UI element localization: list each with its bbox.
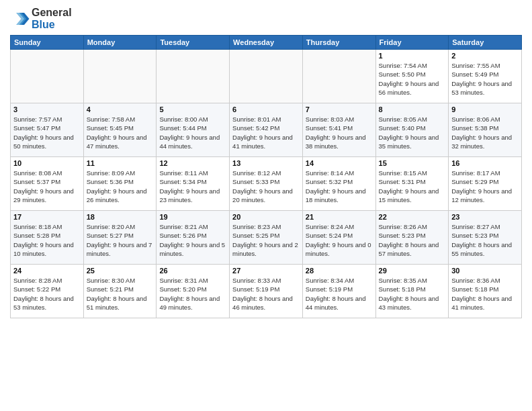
day-info: Sunrise: 8:18 AM Sunset: 5:28 PM Dayligh… [13, 222, 81, 258]
day-number: 12 [159, 159, 226, 167]
logo-text: General Blue [32, 7, 72, 31]
calendar-cell: 21Sunrise: 8:24 AM Sunset: 5:24 PM Dayli… [302, 211, 375, 265]
header: General Blue [10, 7, 522, 31]
calendar-cell: 19Sunrise: 8:21 AM Sunset: 5:26 PM Dayli… [157, 211, 230, 265]
day-info: Sunrise: 8:05 AM Sunset: 5:40 PM Dayligh… [379, 115, 446, 150]
day-number: 2 [451, 52, 519, 60]
calendar-header-saturday: Saturday [449, 36, 522, 50]
calendar-cell: 17Sunrise: 8:18 AM Sunset: 5:28 PM Dayli… [11, 211, 84, 265]
day-info: Sunrise: 8:06 AM Sunset: 5:38 PM Dayligh… [451, 115, 519, 150]
calendar-cell [230, 50, 303, 103]
calendar-week-0: 1Sunrise: 7:54 AM Sunset: 5:50 PM Daylig… [11, 50, 522, 103]
calendar-week-4: 24Sunrise: 8:28 AM Sunset: 5:22 PM Dayli… [11, 265, 522, 318]
calendar-week-1: 3Sunrise: 7:57 AM Sunset: 5:47 PM Daylig… [11, 103, 522, 157]
calendar-header-thursday: Thursday [302, 36, 375, 50]
calendar-cell: 5Sunrise: 8:00 AM Sunset: 5:44 PM Daylig… [157, 103, 230, 157]
day-number: 14 [306, 159, 373, 167]
calendar-cell: 13Sunrise: 8:12 AM Sunset: 5:33 PM Dayli… [230, 157, 303, 211]
calendar-cell: 29Sunrise: 8:35 AM Sunset: 5:18 PM Dayli… [375, 265, 449, 318]
day-info: Sunrise: 8:21 AM Sunset: 5:26 PM Dayligh… [159, 222, 226, 258]
day-info: Sunrise: 8:28 AM Sunset: 5:22 PM Dayligh… [13, 276, 81, 312]
day-info: Sunrise: 8:34 AM Sunset: 5:19 PM Dayligh… [306, 276, 373, 312]
day-info: Sunrise: 8:01 AM Sunset: 5:42 PM Dayligh… [232, 115, 300, 150]
day-number: 27 [232, 267, 300, 275]
day-number: 9 [451, 105, 519, 113]
day-info: Sunrise: 8:14 AM Sunset: 5:32 PM Dayligh… [306, 169, 373, 204]
day-number: 3 [13, 105, 81, 113]
day-info: Sunrise: 7:55 AM Sunset: 5:49 PM Dayligh… [451, 61, 519, 97]
calendar-week-2: 10Sunrise: 8:08 AM Sunset: 5:37 PM Dayli… [11, 157, 522, 211]
calendar-cell: 24Sunrise: 8:28 AM Sunset: 5:22 PM Dayli… [11, 265, 84, 318]
day-number: 8 [379, 105, 446, 113]
day-info: Sunrise: 8:27 AM Sunset: 5:23 PM Dayligh… [451, 222, 519, 258]
calendar-header-monday: Monday [83, 36, 157, 50]
day-info: Sunrise: 8:09 AM Sunset: 5:36 PM Dayligh… [87, 169, 154, 204]
day-number: 30 [451, 267, 519, 275]
day-info: Sunrise: 7:58 AM Sunset: 5:45 PM Dayligh… [87, 115, 154, 150]
calendar-header-wednesday: Wednesday [230, 36, 303, 50]
day-number: 5 [159, 105, 226, 113]
day-info: Sunrise: 8:00 AM Sunset: 5:44 PM Dayligh… [159, 115, 226, 150]
day-number: 17 [13, 213, 81, 221]
calendar-header-sunday: Sunday [11, 36, 84, 50]
calendar-cell: 2Sunrise: 7:55 AM Sunset: 5:49 PM Daylig… [449, 50, 522, 103]
calendar-cell: 27Sunrise: 8:33 AM Sunset: 5:19 PM Dayli… [230, 265, 303, 318]
day-number: 11 [87, 159, 154, 167]
day-info: Sunrise: 8:03 AM Sunset: 5:41 PM Dayligh… [306, 115, 373, 150]
calendar-cell: 28Sunrise: 8:34 AM Sunset: 5:19 PM Dayli… [302, 265, 375, 318]
day-number: 10 [13, 159, 81, 167]
day-number: 22 [379, 213, 446, 221]
calendar-cell [83, 50, 157, 103]
logo: General Blue [10, 7, 72, 31]
day-info: Sunrise: 8:15 AM Sunset: 5:31 PM Dayligh… [379, 169, 446, 204]
day-info: Sunrise: 8:08 AM Sunset: 5:37 PM Dayligh… [13, 169, 81, 204]
page: General Blue SundayMondayTuesdayWednesda… [0, 0, 532, 411]
calendar-cell: 20Sunrise: 8:23 AM Sunset: 5:25 PM Dayli… [230, 211, 303, 265]
calendar-cell: 26Sunrise: 8:31 AM Sunset: 5:20 PM Dayli… [157, 265, 230, 318]
calendar-cell: 23Sunrise: 8:27 AM Sunset: 5:23 PM Dayli… [449, 211, 522, 265]
day-info: Sunrise: 8:17 AM Sunset: 5:29 PM Dayligh… [451, 169, 519, 204]
calendar-cell: 9Sunrise: 8:06 AM Sunset: 5:38 PM Daylig… [449, 103, 522, 157]
day-number: 29 [379, 267, 446, 275]
day-info: Sunrise: 8:31 AM Sunset: 5:20 PM Dayligh… [159, 276, 226, 312]
day-number: 19 [159, 213, 226, 221]
day-number: 26 [159, 267, 226, 275]
calendar-cell [157, 50, 230, 103]
day-info: Sunrise: 8:35 AM Sunset: 5:18 PM Dayligh… [379, 276, 446, 312]
day-number: 1 [379, 52, 446, 60]
calendar-cell: 18Sunrise: 8:20 AM Sunset: 5:27 PM Dayli… [83, 211, 157, 265]
logo-icon [10, 9, 30, 29]
day-info: Sunrise: 8:33 AM Sunset: 5:19 PM Dayligh… [232, 276, 300, 312]
day-info: Sunrise: 8:36 AM Sunset: 5:18 PM Dayligh… [451, 276, 519, 312]
calendar-table: SundayMondayTuesdayWednesdayThursdayFrid… [10, 35, 522, 318]
calendar-header-tuesday: Tuesday [157, 36, 230, 50]
calendar-cell: 25Sunrise: 8:30 AM Sunset: 5:21 PM Dayli… [83, 265, 157, 318]
calendar-cell [11, 50, 84, 103]
calendar-cell [302, 50, 375, 103]
day-number: 16 [451, 159, 519, 167]
day-number: 4 [87, 105, 154, 113]
calendar-cell: 8Sunrise: 8:05 AM Sunset: 5:40 PM Daylig… [375, 103, 449, 157]
day-number: 6 [232, 105, 300, 113]
day-info: Sunrise: 8:12 AM Sunset: 5:33 PM Dayligh… [232, 169, 300, 204]
day-info: Sunrise: 8:23 AM Sunset: 5:25 PM Dayligh… [232, 222, 300, 258]
day-number: 24 [13, 267, 81, 275]
day-number: 28 [306, 267, 373, 275]
day-info: Sunrise: 8:24 AM Sunset: 5:24 PM Dayligh… [306, 222, 373, 258]
calendar-week-3: 17Sunrise: 8:18 AM Sunset: 5:28 PM Dayli… [11, 211, 522, 265]
calendar-cell: 12Sunrise: 8:11 AM Sunset: 5:34 PM Dayli… [157, 157, 230, 211]
day-number: 18 [87, 213, 154, 221]
day-number: 23 [451, 213, 519, 221]
calendar-header-friday: Friday [375, 36, 449, 50]
day-info: Sunrise: 8:26 AM Sunset: 5:23 PM Dayligh… [379, 222, 446, 258]
calendar-cell: 3Sunrise: 7:57 AM Sunset: 5:47 PM Daylig… [11, 103, 84, 157]
day-number: 15 [379, 159, 446, 167]
calendar-cell: 16Sunrise: 8:17 AM Sunset: 5:29 PM Dayli… [449, 157, 522, 211]
calendar-cell: 22Sunrise: 8:26 AM Sunset: 5:23 PM Dayli… [375, 211, 449, 265]
day-info: Sunrise: 7:57 AM Sunset: 5:47 PM Dayligh… [13, 115, 81, 150]
calendar-header-row: SundayMondayTuesdayWednesdayThursdayFrid… [11, 36, 522, 50]
day-number: 13 [232, 159, 300, 167]
calendar-cell: 1Sunrise: 7:54 AM Sunset: 5:50 PM Daylig… [375, 50, 449, 103]
calendar-cell: 14Sunrise: 8:14 AM Sunset: 5:32 PM Dayli… [302, 157, 375, 211]
day-info: Sunrise: 8:11 AM Sunset: 5:34 PM Dayligh… [159, 169, 226, 204]
